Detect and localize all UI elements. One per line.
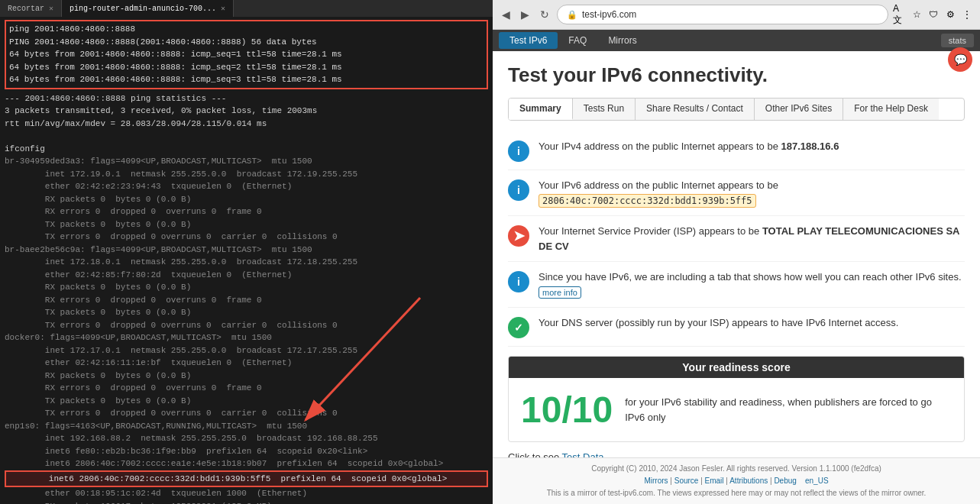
terminal-panel: Recortar ✕ ping-router-admin-anuncio-700…	[0, 0, 493, 504]
chat-icon[interactable]: 💬	[948, 47, 972, 72]
footer-link-attributions[interactable]: Attributions	[729, 477, 768, 485]
rx-err-1: RX errors 0 dropped 0 overruns 0 frame 0	[5, 205, 488, 218]
browser-panel: ◀ ▶ ↻ 🔒 test-ipv6.com A文 ☆ 🛡 ⚙ ⋮ Test IP…	[493, 0, 980, 504]
ether-2: ether 02:42:85:f7:80:2d txqueuelen 0 (Et…	[5, 269, 488, 282]
tab-close-icon[interactable]: ✕	[49, 4, 53, 13]
tab-close-active-icon[interactable]: ✕	[221, 4, 225, 13]
browser-toolbar: ◀ ▶ ↻ 🔒 test-ipv6.com A文 ☆ 🛡 ⚙ ⋮	[499, 5, 974, 24]
ping-line-2: 64 bytes from 2001:4860:4860::8888: icmp…	[9, 48, 484, 61]
menu-icon[interactable]: ⋮	[960, 8, 974, 21]
info-text-ipv4: Your IPv4 address on the public Internet…	[539, 139, 839, 154]
inet6-link: inet6 fe80::eb2b:bc36:1f9e:bb9 prefixlen…	[5, 445, 488, 458]
info-text-isp: Your Internet Service Provider (ISP) app…	[539, 224, 965, 254]
terminal-tab-ping[interactable]: ping-router-admin-anuncio-700... ✕	[62, 0, 234, 17]
tx-err-2: TX errors 0 dropped 0 overruns 0 carrier…	[5, 319, 488, 332]
ping-stats-2: 3 packets transmitted, 3 received, 0% pa…	[5, 105, 488, 118]
ping-line-0: ping 2001:4860:4860::8888	[9, 23, 484, 36]
readiness-body: 10/10 for your IPv6 stability and readin…	[509, 378, 964, 441]
terminal-tab-recortar[interactable]: Recortar ✕	[0, 0, 62, 17]
bookmark-icon[interactable]: ☆	[910, 8, 923, 21]
nav-tab-faq[interactable]: FAQ	[558, 32, 597, 49]
footer-link-email[interactable]: Email	[705, 477, 724, 485]
readiness-block: Your readiness score 10/10 for your IPv6…	[508, 356, 965, 442]
footer-mirror-note: This is a mirror of test-ipv6.com. The v…	[502, 487, 971, 499]
rx-docker: RX packets 0 bytes 0 (0.0 B)	[5, 370, 488, 383]
content-tab-help-desk[interactable]: For the Help Desk	[843, 99, 939, 120]
browser-footer: Copyright (C) 2010, 2024 Jason Fesler. A…	[493, 457, 980, 504]
footer-links: Mirrors | Source | Email | Attributions …	[502, 475, 971, 487]
back-button[interactable]: ◀	[499, 7, 513, 22]
info-card-ipv6-tab: i Since you have IPv6, we are including …	[508, 262, 965, 308]
content-tab-other-sites[interactable]: Other IPv6 Sites	[755, 99, 843, 120]
readiness-header: Your readiness score	[509, 357, 964, 378]
inet-1: inet 172.19.0.1 netmask 255.255.0.0 broa…	[5, 168, 488, 181]
nav-tab-testipv6[interactable]: Test IPv6	[499, 32, 558, 49]
ping-line-4: 64 bytes from 2001:4860:4860::8888: icmp…	[9, 73, 484, 86]
extension-icon-1[interactable]: 🛡	[927, 8, 940, 21]
info-card-dns: ✓ Your DNS server (possibly run by your …	[508, 308, 965, 347]
stats-button[interactable]: stats	[941, 34, 974, 47]
site-nav-tabs: Test IPv6 FAQ Mirrors stats	[493, 30, 980, 51]
rx-2: RX packets 0 bytes 0 (0.0 B)	[5, 281, 488, 294]
nav-tab-mirrors[interactable]: Mirrors	[597, 32, 647, 49]
footer-copyright: Copyright (C) 2010, 2024 Jason Fesler. A…	[502, 463, 971, 475]
rx-enp: RX packets 106617 bytes 135228021 (135.2…	[5, 500, 488, 505]
browser-content: Test your IPv6 connectivity. Summary Tes…	[493, 51, 980, 457]
ping-line-3: 64 bytes from 2001:4860:4860::8888: icmp…	[9, 61, 484, 74]
content-tab-tests-run[interactable]: Tests Run	[573, 99, 636, 120]
terminal-tabs: Recortar ✕ ping-router-admin-anuncio-700…	[0, 0, 493, 17]
terminal-blank-1	[5, 130, 488, 143]
ether-docker: ether 02:42:16:11:1e:bf txqueuelen 0 (Et…	[5, 357, 488, 370]
inet-docker: inet 172.17.0.1 netmask 255.255.0.0 broa…	[5, 344, 488, 357]
rx-1: RX packets 0 bytes 0 (0.0 B)	[5, 193, 488, 206]
info-card-isp: ➤ Your Internet Service Provider (ISP) a…	[508, 216, 965, 262]
browser-icons: A文 ☆ 🛡 ⚙ ⋮	[893, 8, 974, 21]
reload-button[interactable]: ↻	[537, 7, 552, 22]
test-data-line: Click to see Test Data	[508, 451, 965, 457]
ping-stats-1: --- 2001:4860:4860::8888 ping statistics…	[5, 92, 488, 105]
rx-err-docker: RX errors 0 dropped 0 overruns 0 frame 0	[5, 382, 488, 395]
test-data-link[interactable]: Test Data	[562, 451, 604, 457]
translate-icon[interactable]: A文	[893, 8, 907, 21]
info-icon-tab: i	[508, 271, 529, 292]
info-card-ipv6: i Your IPv6 address on the public Intern…	[508, 170, 965, 216]
enp-interface: enp1s0: flags=4163<UP,BROADCAST,RUNNING,…	[5, 420, 488, 433]
ipv6-address-highlight: 2806:40c:7002:cccc:332d:bdd1:939b:5ff5	[539, 194, 756, 208]
more-info-link[interactable]: more info	[539, 286, 581, 299]
readiness-score: 10/10	[521, 389, 613, 431]
content-tab-summary[interactable]: Summary	[509, 99, 573, 120]
readiness-desc: for your IPv6 stability and readiness, w…	[625, 395, 952, 425]
docker-interface: docker0: flags=4099<UP,BROADCAST,MULTICA…	[5, 331, 488, 344]
lock-icon: 🔒	[567, 10, 577, 20]
br-interface-2: br-baee2be56c9a: flags=4099<UP,BROADCAST…	[5, 244, 488, 257]
tx-2: TX packets 0 bytes 0 (0.0 B)	[5, 306, 488, 319]
info-text-ipv6: Your IPv6 address on the public Internet…	[539, 178, 778, 208]
inet6-global-highlighted: inet6 2806:40c:7002:cccc:332d:bdd1:939b:…	[5, 470, 488, 488]
tx-err-1: TX errors 0 dropped 0 overruns 0 carrier…	[5, 231, 488, 244]
content-tab-share[interactable]: Share Results / Contact	[636, 99, 755, 120]
forward-button[interactable]: ▶	[518, 7, 532, 22]
ifconfig-cmd: ifconfig	[5, 143, 488, 156]
footer-link-source[interactable]: Source	[674, 477, 699, 485]
ether-1: ether 02:42:e2:23:94:43 txqueuelen 0 (Et…	[5, 180, 488, 193]
extension-icon-2[interactable]: ⚙	[943, 8, 957, 21]
rx-err-2: RX errors 0 dropped 0 overruns 0 frame 0	[5, 294, 488, 307]
footer-link-mirrors[interactable]: Mirrors	[644, 477, 668, 485]
info-icon-isp: ➤	[508, 225, 529, 247]
content-tabs: Summary Tests Run Share Results / Contac…	[508, 98, 965, 121]
address-bar[interactable]: 🔒 test-ipv6.com	[557, 5, 888, 24]
ping-line-1: PING 2001:4860:4860::8888(2001:4860:4860…	[9, 36, 484, 49]
info-icon-dns: ✓	[508, 317, 529, 338]
br-interface-1: br-304959ded3a3: flags=4099<UP,BROADCAST…	[5, 155, 488, 168]
tx-1: TX packets 0 bytes 0 (0.0 B)	[5, 218, 488, 231]
footer-link-debug[interactable]: Debug	[774, 477, 796, 485]
url-text: test-ipv6.com	[582, 9, 636, 20]
page-title: Test your IPv6 connectivity.	[508, 63, 965, 87]
ping-block: ping 2001:4860:4860::8888 PING 2001:4860…	[5, 20, 488, 89]
tx-err-docker: TX errors 0 dropped 0 overruns 0 carrier…	[5, 407, 488, 420]
footer-link-locale[interactable]: en_US	[805, 477, 829, 485]
browser-chrome: ◀ ▶ ↻ 🔒 test-ipv6.com A文 ☆ 🛡 ⚙ ⋮	[493, 0, 980, 30]
tx-docker: TX packets 0 bytes 0 (0.0 B)	[5, 395, 488, 408]
info-text-dns: Your DNS server (possibly run by your IS…	[539, 315, 898, 331]
inet6-global-1: inet6 2806:40c:7002:cccc:ea1e:4e5e:1b18:…	[5, 457, 488, 470]
